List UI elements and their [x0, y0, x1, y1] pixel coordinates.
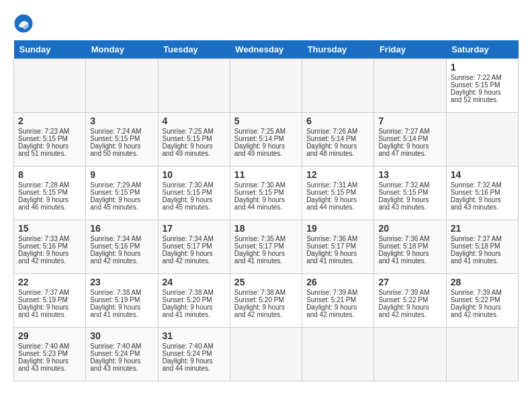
daylight-text: Daylight: 9 hours and 41 minutes. [90, 304, 140, 318]
day-cell [446, 328, 518, 381]
sunrise-text: Sunrise: 7:29 AM [90, 181, 141, 189]
day-number: 14 [451, 169, 514, 180]
sunset-text: Sunset: 5:15 PM [306, 189, 356, 196]
week-row-5: 22Sunrise: 7:37 AMSunset: 5:19 PMDayligh… [14, 274, 519, 328]
day-cell: 5Sunrise: 7:25 AMSunset: 5:14 PMDaylight… [230, 113, 302, 167]
week-row-4: 15Sunrise: 7:33 AMSunset: 5:16 PMDayligh… [14, 220, 519, 274]
sunrise-text: Sunrise: 7:40 AM [163, 342, 214, 350]
sunset-text: Sunset: 5:15 PM [90, 135, 140, 142]
week-row-1: 1Sunrise: 7:22 AMSunset: 5:15 PMDaylight… [14, 59, 519, 113]
day-cell: 10Sunrise: 7:30 AMSunset: 5:15 PMDayligh… [158, 167, 230, 220]
sunrise-text: Sunrise: 7:37 AM [18, 289, 69, 296]
daylight-text: Daylight: 9 hours and 46 minutes. [18, 196, 69, 211]
sunset-text: Sunset: 5:20 PM [163, 296, 212, 304]
daylight-text: Daylight: 9 hours and 42 minutes. [306, 304, 357, 318]
sunset-text: Sunset: 5:15 PM [163, 135, 212, 142]
day-cell: 18Sunrise: 7:35 AMSunset: 5:17 PMDayligh… [230, 220, 302, 274]
daylight-text: Daylight: 9 hours and 43 minutes. [378, 196, 429, 211]
calendar-table: SundayMondayTuesdayWednesdayThursdayFrid… [13, 40, 519, 381]
day-cell: 20Sunrise: 7:36 AMSunset: 5:18 PMDayligh… [374, 220, 446, 274]
day-cell: 9Sunrise: 7:29 AMSunset: 5:15 PMDaylight… [86, 167, 158, 220]
day-cell: 3Sunrise: 7:24 AMSunset: 5:15 PMDaylight… [86, 113, 158, 167]
sunrise-text: Sunrise: 7:37 AM [451, 235, 502, 242]
day-cell: 26Sunrise: 7:39 AMSunset: 5:21 PMDayligh… [302, 274, 374, 328]
daylight-text: Daylight: 9 hours and 47 minutes. [378, 142, 429, 157]
daylight-text: Daylight: 9 hours and 44 minutes. [163, 357, 213, 372]
sunset-text: Sunset: 5:15 PM [378, 189, 428, 196]
day-number: 21 [451, 223, 514, 234]
day-number: 19 [306, 223, 369, 234]
day-number: 10 [163, 169, 226, 180]
daylight-text: Daylight: 9 hours and 44 minutes. [234, 196, 285, 211]
day-number: 16 [90, 223, 153, 234]
sunrise-text: Sunrise: 7:25 AM [234, 128, 285, 135]
day-number: 4 [163, 116, 226, 126]
day-cell [230, 328, 302, 381]
day-number: 27 [378, 277, 441, 287]
day-number: 20 [378, 223, 441, 234]
sunset-text: Sunset: 5:15 PM [18, 135, 68, 142]
daylight-text: Daylight: 9 hours and 48 minutes. [306, 142, 357, 157]
day-cell: 15Sunrise: 7:33 AMSunset: 5:16 PMDayligh… [14, 220, 86, 274]
header-cell-tuesday: Tuesday [158, 40, 230, 59]
day-number: 5 [234, 116, 298, 126]
sunrise-text: Sunrise: 7:25 AM [163, 128, 214, 135]
sunset-text: Sunset: 5:24 PM [90, 350, 140, 357]
sunrise-text: Sunrise: 7:28 AM [18, 181, 69, 189]
sunset-text: Sunset: 5:22 PM [451, 296, 500, 304]
sunrise-text: Sunrise: 7:36 AM [306, 235, 357, 242]
daylight-text: Daylight: 9 hours and 49 minutes. [234, 142, 285, 157]
day-number: 15 [18, 223, 81, 234]
sunrise-text: Sunrise: 7:34 AM [163, 235, 214, 242]
day-cell [374, 59, 446, 113]
day-cell: 7Sunrise: 7:27 AMSunset: 5:14 PMDaylight… [374, 113, 446, 167]
day-cell [158, 59, 230, 113]
daylight-text: Daylight: 9 hours and 43 minutes. [90, 357, 140, 372]
daylight-text: Daylight: 9 hours and 50 minutes. [90, 142, 140, 157]
day-number: 23 [90, 277, 153, 287]
day-number: 2 [18, 116, 81, 126]
sunset-text: Sunset: 5:14 PM [378, 135, 428, 142]
sunrise-text: Sunrise: 7:34 AM [90, 235, 141, 242]
week-row-3: 8Sunrise: 7:28 AMSunset: 5:15 PMDaylight… [14, 167, 519, 220]
sunrise-text: Sunrise: 7:31 AM [306, 181, 357, 189]
sunrise-text: Sunrise: 7:27 AM [378, 128, 429, 135]
day-cell: 16Sunrise: 7:34 AMSunset: 5:16 PMDayligh… [86, 220, 158, 274]
header-row: SundayMondayTuesdayWednesdayThursdayFrid… [14, 40, 519, 59]
sunset-text: Sunset: 5:17 PM [234, 242, 284, 250]
daylight-text: Daylight: 9 hours and 42 minutes. [234, 304, 285, 318]
header-cell-thursday: Thursday [302, 40, 374, 59]
week-row-6: 29Sunrise: 7:40 AMSunset: 5:23 PMDayligh… [14, 328, 519, 381]
day-number: 3 [90, 116, 153, 126]
daylight-text: Daylight: 9 hours and 42 minutes. [163, 250, 213, 265]
day-cell: 30Sunrise: 7:40 AMSunset: 5:24 PMDayligh… [86, 328, 158, 381]
daylight-text: Daylight: 9 hours and 42 minutes. [90, 250, 140, 265]
day-cell [446, 113, 518, 167]
sunset-text: Sunset: 5:18 PM [451, 242, 500, 250]
sunrise-text: Sunrise: 7:26 AM [306, 128, 357, 135]
day-cell: 24Sunrise: 7:38 AMSunset: 5:20 PMDayligh… [158, 274, 230, 328]
day-cell [374, 328, 446, 381]
sunset-text: Sunset: 5:19 PM [18, 296, 68, 304]
day-cell: 12Sunrise: 7:31 AMSunset: 5:15 PMDayligh… [302, 167, 374, 220]
daylight-text: Daylight: 9 hours and 42 minutes. [18, 250, 69, 265]
sunset-text: Sunset: 5:22 PM [378, 296, 428, 304]
sunset-text: Sunset: 5:15 PM [163, 189, 212, 196]
sunset-text: Sunset: 5:16 PM [451, 189, 500, 196]
daylight-text: Daylight: 9 hours and 42 minutes. [451, 304, 501, 318]
day-cell: 1Sunrise: 7:22 AMSunset: 5:15 PMDaylight… [446, 59, 518, 113]
header-cell-sunday: Sunday [14, 40, 86, 59]
sunrise-text: Sunrise: 7:30 AM [163, 181, 214, 189]
day-number: 28 [451, 277, 514, 287]
day-cell: 23Sunrise: 7:38 AMSunset: 5:19 PMDayligh… [86, 274, 158, 328]
daylight-text: Daylight: 9 hours and 41 minutes. [234, 250, 285, 265]
day-number: 29 [18, 330, 81, 341]
sunrise-text: Sunrise: 7:38 AM [234, 289, 285, 296]
sunrise-text: Sunrise: 7:22 AM [451, 74, 502, 81]
sunrise-text: Sunrise: 7:39 AM [378, 289, 429, 296]
day-number: 1 [451, 62, 514, 73]
sunset-text: Sunset: 5:16 PM [18, 242, 68, 250]
sunrise-text: Sunrise: 7:32 AM [451, 181, 502, 189]
sunset-text: Sunset: 5:15 PM [18, 189, 68, 196]
daylight-text: Daylight: 9 hours and 41 minutes. [306, 250, 357, 265]
